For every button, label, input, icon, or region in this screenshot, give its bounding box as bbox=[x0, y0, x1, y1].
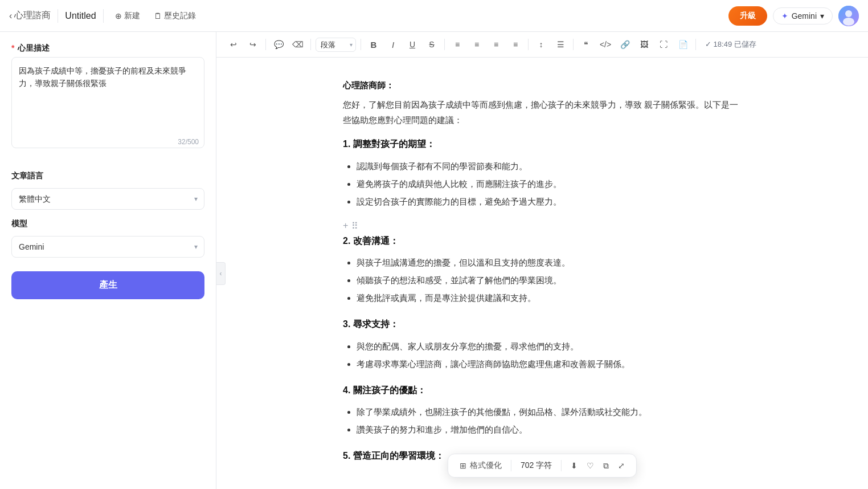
lang-select-wrap: 繁體中文 简体中文 English ▾ bbox=[11, 188, 204, 210]
line-height-button[interactable]: ↕ bbox=[533, 36, 549, 52]
upgrade-button[interactable]: 升級 bbox=[728, 6, 767, 26]
floating-sep-2 bbox=[561, 460, 562, 471]
avatar-image bbox=[838, 6, 859, 26]
download-button[interactable]: ⬇ bbox=[571, 461, 578, 470]
lang-select[interactable]: 繁體中文 简体中文 English bbox=[11, 188, 204, 210]
list-item: 考慮尋求專業心理諮商，讓心理諮商師協助您處理焦慮和改善親子關係。 bbox=[357, 356, 742, 372]
mind-textarea[interactable]: 因為孩子成績中等，擔憂孩子的前程及未來競爭力，導致親子關係很緊張 bbox=[11, 57, 204, 148]
copy-button[interactable]: ⧉ bbox=[603, 461, 609, 471]
required-indicator: * bbox=[11, 43, 14, 52]
counselor-label: 心理諮商師： bbox=[343, 80, 742, 91]
image-button[interactable]: 🖼 bbox=[636, 36, 652, 52]
history-icon: 🗒 bbox=[154, 11, 162, 21]
model-section: 模型 Gemini GPT-4 Claude ▾ bbox=[11, 219, 204, 258]
add-row-button[interactable]: + bbox=[343, 221, 348, 231]
section-1: 1. 調整對孩子的期望： 認識到每個孩子都有不同的學習節奏和能力。 避免將孩子的… bbox=[343, 137, 742, 209]
toolbar-sep-2 bbox=[310, 39, 311, 50]
list-button[interactable]: ☰ bbox=[552, 36, 568, 52]
nav-left: ‹ 心理諮商 Untitled ⊕ 新建 🗒 歷史記錄 bbox=[9, 9, 722, 23]
align-justify-button[interactable]: ≡ bbox=[507, 36, 523, 52]
open-icon: ⤢ bbox=[618, 461, 625, 470]
word-count: 702 字符 bbox=[521, 461, 552, 471]
svg-point-2 bbox=[843, 18, 854, 26]
list-item: 避免將孩子的成績與他人比較，而應關注孩子的進步。 bbox=[357, 176, 742, 191]
toolbar-sep-6 bbox=[573, 39, 574, 50]
align-center-button[interactable]: ≡ bbox=[469, 36, 485, 52]
section-4-bullets: 除了學業成績外，也關注孩子的其他優點，例如品格、課外活動或社交能力。 讚美孩子的… bbox=[343, 404, 742, 437]
format-optimize-button[interactable]: ⊞ 格式優化 bbox=[460, 461, 502, 471]
section-2: 2. 改善溝通： 與孩子坦誠溝通您的擔憂，但以溫和且支持的態度表達。 傾聽孩子的… bbox=[343, 234, 742, 306]
favorite-button[interactable]: ♡ bbox=[587, 461, 594, 470]
heart-icon: ♡ bbox=[587, 461, 594, 470]
strikethrough-button[interactable]: S bbox=[424, 36, 440, 52]
back-label: 心理諮商 bbox=[14, 10, 51, 22]
comment-button[interactable]: 💬 bbox=[271, 36, 286, 52]
bold-button[interactable]: B bbox=[366, 36, 382, 52]
toolbar-sep-3 bbox=[361, 39, 361, 50]
nav-divider bbox=[58, 9, 58, 23]
list-item: 設定切合孩子的實際能力的目標，避免給予過大壓力。 bbox=[357, 194, 742, 209]
toolbar-sep-4 bbox=[444, 39, 445, 50]
open-button[interactable]: ⤢ bbox=[618, 461, 625, 470]
char-count: 32/500 bbox=[178, 138, 199, 146]
align-right-button[interactable]: ≡ bbox=[488, 36, 504, 52]
intro-text: 您好，了解您目前因為孩子成績中等而感到焦慮，擔心孩子的未來競爭力，導致 親子關係… bbox=[343, 97, 742, 128]
back-button[interactable]: ‹ 心理諮商 bbox=[9, 10, 51, 22]
list-item: 與孩子坦誠溝通您的擔憂，但以溫和且支持的態度表達。 bbox=[357, 255, 742, 270]
save-status: ✓ 18:49 已儲存 bbox=[705, 39, 756, 50]
list-item: 認識到每個孩子都有不同的學習節奏和能力。 bbox=[357, 158, 742, 174]
back-icon: ‹ bbox=[9, 11, 12, 21]
list-item: 避免批評或責罵，而是專注於提供建議和支持。 bbox=[357, 290, 742, 305]
format-icon: ⊞ bbox=[460, 461, 466, 470]
section-2-heading: 2. 改善溝通： bbox=[343, 234, 742, 248]
history-button[interactable]: 🗒 歷史記錄 bbox=[149, 9, 200, 23]
section-4-heading: 4. 關注孩子的優點： bbox=[343, 383, 742, 398]
user-avatar[interactable] bbox=[838, 6, 859, 26]
align-left-button[interactable]: ≡ bbox=[449, 36, 465, 52]
erase-button[interactable]: ⌫ bbox=[290, 36, 306, 52]
content-scroll[interactable]: ‹ 心理諮商師： 您好，了解您目前因為孩子成績中等而感到焦慮，擔心孩子的未來競爭… bbox=[216, 58, 868, 489]
link-button[interactable]: 🔗 bbox=[617, 36, 633, 52]
toolbar-sep-7 bbox=[695, 39, 696, 50]
nav-divider-2 bbox=[103, 9, 104, 23]
nav-right: 升級 ✦ Gemini ▾ bbox=[728, 6, 859, 26]
floating-sep-1 bbox=[511, 460, 511, 471]
fullscreen-button[interactable]: ⛶ bbox=[656, 36, 672, 52]
svg-point-1 bbox=[845, 10, 852, 17]
undo-button[interactable]: ↩ bbox=[226, 36, 241, 52]
redo-button[interactable]: ↪ bbox=[245, 36, 261, 52]
section-1-heading: 1. 調整對孩子的期望： bbox=[343, 137, 742, 152]
copy-icon: ⧉ bbox=[603, 461, 609, 471]
plus-icon: ⊕ bbox=[115, 11, 122, 21]
lang-label: 文章語言 bbox=[11, 171, 204, 181]
gemini-star-icon: ✦ bbox=[781, 11, 788, 21]
generate-button[interactable]: 產生 bbox=[11, 271, 204, 299]
collapse-sidebar-button[interactable]: ‹ bbox=[216, 262, 226, 285]
list-item: 除了學業成績外，也關注孩子的其他優點，例如品格、課外活動或社交能力。 bbox=[357, 404, 742, 419]
mind-textarea-wrap: 因為孩子成績中等，擔憂孩子的前程及未來競爭力，導致親子關係很緊張 32/500 bbox=[11, 57, 204, 150]
section-1-bullets: 認識到每個孩子都有不同的學習節奏和能力。 避免將孩子的成績與他人比較，而應關注孩… bbox=[343, 158, 742, 209]
gemini-button[interactable]: ✦ Gemini ▾ bbox=[773, 7, 833, 25]
list-item: 讚美孩子的努力和進步，增加他們的自信心。 bbox=[357, 422, 742, 437]
floating-action-bar: ⊞ 格式優化 702 字符 ⬇ ♡ ⧉ ⤢ bbox=[448, 454, 637, 478]
italic-button[interactable]: I bbox=[385, 36, 401, 52]
document-button[interactable]: 📄 bbox=[675, 36, 691, 52]
quote-button[interactable]: ❝ bbox=[578, 36, 594, 52]
drag-row-button[interactable]: ⠿ bbox=[351, 221, 358, 231]
format-select[interactable]: 段落 標題 1 標題 2 bbox=[316, 38, 356, 52]
toolbar-sep-5 bbox=[528, 39, 529, 50]
format-select-wrap: 段落 標題 1 標題 2 ▾ bbox=[316, 38, 356, 52]
toolbar-sep-1 bbox=[265, 39, 266, 50]
new-label: 新建 bbox=[124, 11, 140, 21]
sidebar: * 心里描述 因為孩子成績中等，擔憂孩子的前程及未來競爭力，導致親子關係很緊張 … bbox=[0, 32, 216, 489]
list-item: 與您的配偶、家人或朋友分享您的擔憂，尋求他們的支持。 bbox=[357, 339, 742, 354]
document-content: 心理諮商師： 您好，了解您目前因為孩子成績中等而感到焦慮，擔心孩子的未來競爭力，… bbox=[343, 80, 742, 463]
chevron-down-icon: ▾ bbox=[820, 11, 824, 21]
model-select-wrap: Gemini GPT-4 Claude ▾ bbox=[11, 236, 204, 258]
underline-button[interactable]: U bbox=[404, 36, 420, 52]
model-select[interactable]: Gemini GPT-4 Claude bbox=[11, 236, 204, 258]
document-title[interactable]: Untitled bbox=[65, 11, 96, 21]
code-button[interactable]: </> bbox=[597, 36, 613, 52]
new-button[interactable]: ⊕ 新建 bbox=[110, 9, 145, 23]
model-label: 模型 bbox=[11, 219, 204, 229]
